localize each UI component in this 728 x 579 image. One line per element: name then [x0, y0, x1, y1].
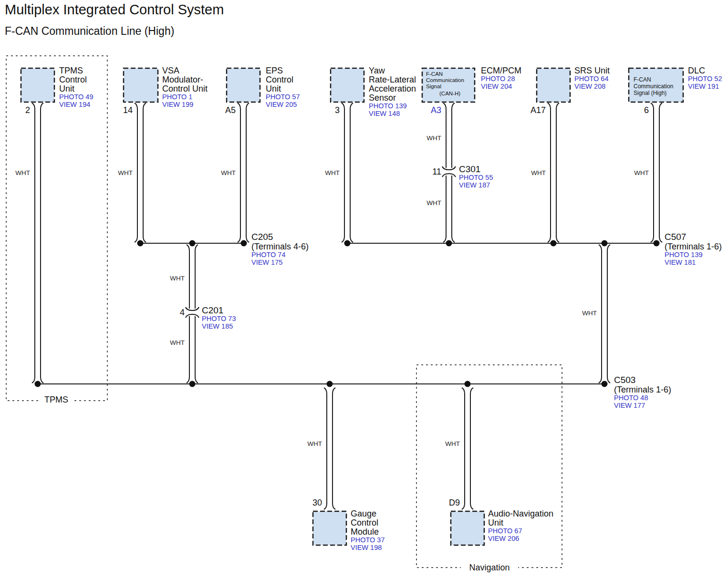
vsa-pin: 14: [106, 105, 133, 115]
vsa-box: [124, 68, 158, 102]
audio-nav-box: [451, 511, 484, 545]
ecm-view-link[interactable]: VIEW 204: [481, 83, 521, 91]
yaw-view-link[interactable]: VIEW 148: [369, 110, 416, 118]
c201-photo-link[interactable]: PHOTO 73: [202, 315, 236, 323]
page-subtitle: F-CAN Communication Line (High): [5, 25, 174, 38]
wire-color-tpms: WHT: [8, 169, 30, 176]
dlc-photo-link[interactable]: PHOTO 52: [688, 75, 722, 83]
wiring-diagram-page: Multiplex Integrated Control System F-CA…: [0, 0, 728, 579]
wire-color-yaw: WHT: [318, 169, 340, 176]
audio-nav-pin: D9: [433, 498, 460, 508]
wire-color-gauge: WHT: [300, 440, 322, 447]
eps-view-link[interactable]: VIEW 205: [266, 101, 300, 109]
c201-view-link[interactable]: VIEW 185: [202, 323, 236, 331]
dlc-view-link[interactable]: VIEW 191: [688, 83, 722, 91]
ecm-inner-signal-text: F-CAN Communication Signal: [426, 71, 474, 90]
srs-label: SRS Unit PHOTO 64 VIEW 208: [574, 66, 610, 90]
wire-yaw: [342, 103, 353, 242]
audio-nav-label: Audio-Navigation Unit PHOTO 67 VIEW 206: [488, 509, 553, 542]
c301-label: C301 PHOTO 55 VIEW 187: [459, 165, 493, 189]
c503-label: C503 (Terminals 1-6) PHOTO 48 VIEW 177: [614, 375, 671, 409]
wire-gauge: [324, 388, 335, 509]
tpms-view-link[interactable]: VIEW 194: [59, 101, 93, 109]
ecm-label: ECM/PCM PHOTO 28 VIEW 204: [481, 66, 521, 90]
c507-label: C507 (Terminals 1-6) PHOTO 139 VIEW 181: [665, 232, 722, 266]
wire-color-branch-upper: WHT: [163, 275, 185, 282]
dlc-label: DLC PHOTO 52 VIEW 191: [688, 66, 722, 90]
eps-pin: A5: [209, 105, 236, 115]
vsa-photo-link[interactable]: PHOTO 1: [162, 93, 208, 101]
page-title: Multiplex Integrated Control System: [5, 2, 224, 18]
eps-photo-link[interactable]: PHOTO 57: [266, 93, 300, 101]
wire-color-dlc: WHT: [627, 169, 649, 176]
vsa-view-link[interactable]: VIEW 199: [162, 101, 208, 109]
vsa-name: VSA Modulator- Control Unit: [162, 66, 208, 93]
eps-box: [227, 68, 260, 102]
wire-c205-to-mainbus: [186, 245, 199, 383]
c507-name: C507: [665, 232, 722, 242]
dlc-inner-signal-text: F-CAN Communication Signal (High): [634, 76, 683, 96]
tpms-group-label: TPMS: [38, 395, 74, 405]
c507-photo-link[interactable]: PHOTO 139: [665, 251, 722, 259]
component-boxes: [21, 68, 683, 545]
c503-terminals: (Terminals 1-6): [614, 385, 671, 394]
srs-name: SRS Unit: [574, 66, 610, 75]
inline-connector-c201: [186, 307, 199, 318]
c201-name: C201: [202, 306, 236, 315]
c503-view-link[interactable]: VIEW 177: [614, 402, 671, 410]
c205-view-link[interactable]: VIEW 175: [251, 259, 309, 267]
gauge-view-link[interactable]: VIEW 198: [351, 544, 385, 552]
yaw-name: Yaw Rate-Lateral Acceleration Sensor: [369, 66, 416, 103]
wire-color-ecm-upper: WHT: [419, 134, 441, 142]
c201-pin: 4: [158, 308, 185, 318]
audio-nav-photo-link[interactable]: PHOTO 67: [488, 527, 553, 535]
inline-connector-c301: [442, 166, 456, 177]
wire-color-ecm-lower: WHT: [419, 199, 441, 207]
c301-pin: 11: [415, 167, 441, 177]
c205-photo-link[interactable]: PHOTO 74: [251, 251, 309, 259]
ecm-name: ECM/PCM: [481, 66, 521, 75]
yaw-pin: 3: [313, 105, 340, 115]
wire-color-c507-branch: WHT: [575, 310, 597, 317]
eps-label: EPS Control Unit PHOTO 57 VIEW 205: [266, 66, 300, 108]
wire-color-eps: WHT: [214, 169, 236, 176]
c503-name: C503: [614, 375, 671, 385]
c503-photo-link[interactable]: PHOTO 48: [614, 394, 671, 402]
ecm-inner-canh-text: (CAN-H): [439, 91, 460, 97]
c301-photo-link[interactable]: PHOTO 55: [459, 174, 493, 182]
c301-view-link[interactable]: VIEW 187: [459, 182, 493, 189]
gauge-photo-link[interactable]: PHOTO 37: [351, 537, 385, 544]
tpms-name: TPMS Control Unit: [59, 66, 93, 93]
tpms-box: [21, 68, 54, 102]
srs-photo-link[interactable]: PHOTO 64: [574, 75, 610, 83]
tpms-photo-link[interactable]: PHOTO 49: [59, 93, 93, 101]
ecm-photo-link[interactable]: PHOTO 28: [481, 75, 521, 83]
srs-box: [537, 68, 570, 102]
gauge-pin: 30: [295, 498, 322, 508]
c507-view-link[interactable]: VIEW 181: [665, 259, 722, 267]
wire-eps: [238, 103, 249, 242]
wire-color-branch-lower: WHT: [163, 339, 185, 346]
audio-nav-view-link[interactable]: VIEW 206: [488, 535, 553, 543]
wire-ecm: [442, 103, 456, 242]
wire-dlc: [651, 103, 662, 242]
navigation-group-label: Navigation: [461, 563, 518, 573]
wire-srs: [548, 103, 559, 242]
wire-c507-to-c503: [599, 245, 610, 383]
yaw-box: [331, 68, 364, 102]
gauge-box: [313, 511, 346, 545]
wire-tpms: [32, 103, 43, 383]
yaw-photo-link[interactable]: PHOTO 139: [369, 103, 416, 110]
tpms-pin: 2: [3, 105, 30, 115]
wire-color-vsa: WHT: [111, 169, 133, 176]
gauge-name: Gauge Control Module: [351, 509, 385, 537]
wire-color-audio-nav: WHT: [438, 440, 460, 447]
c301-name: C301: [459, 165, 493, 174]
eps-name: EPS Control Unit: [266, 66, 300, 93]
c205-name: C205: [251, 232, 309, 242]
dlc-name: DLC: [688, 66, 722, 75]
audio-nav-name: Audio-Navigation Unit: [488, 509, 553, 527]
wire-audio-nav: [462, 388, 473, 509]
c507-terminals: (Terminals 1-6): [665, 242, 722, 251]
srs-view-link[interactable]: VIEW 208: [574, 83, 610, 91]
